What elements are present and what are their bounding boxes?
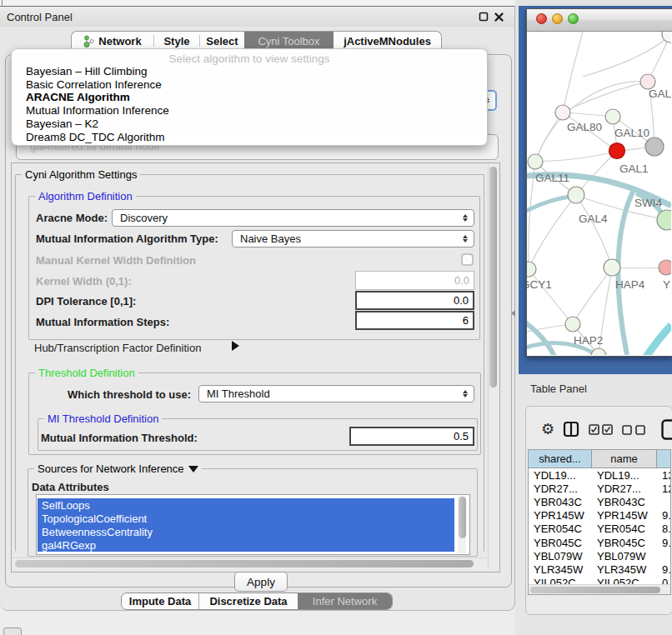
mi-threshold-field[interactable]: 0.5 [349,427,474,446]
network-edge[interactable] [576,195,612,268]
network-edge[interactable] [563,82,648,112]
kernel-width-field[interactable]: 0.0 [355,271,474,290]
bottom-tab-impute-data[interactable]: Impute Data [122,593,198,609]
attribute-list-item[interactable]: gal4RGexp [38,538,454,552]
network-edge[interactable] [535,151,617,162]
column-header-name[interactable]: name [592,450,657,468]
column-manager-icon[interactable] [563,421,579,438]
apply-button[interactable]: Apply [234,572,288,592]
node-label: GAL10 [614,127,649,139]
threshold-definition-title: Threshold Definition [35,367,138,379]
network-node[interactable] [568,187,584,203]
tab-select[interactable]: Select [200,32,244,50]
control-panel-titlebar[interactable]: Control Panel [0,7,514,27]
column-header-hidden[interactable] [657,450,671,468]
mi-algorithm-type-label: Mutual Information Algorithm Type: [36,232,218,245]
manual-kernel-width-checkbox[interactable] [461,253,474,266]
settings-hscroll[interactable] [13,558,486,569]
table-cell [657,549,671,562]
bottom-tab-discretize-data[interactable]: Discretize Data [199,593,298,609]
algorithm-dropdown-placeholder: Select algorithm to view settings [12,52,487,65]
algorithm-option[interactable]: Bayesian – K2 [26,118,98,130]
gear-icon[interactable]: ⚙ [541,422,554,437]
settings-vscroll-thumb[interactable] [489,167,497,388]
hub-definition-label[interactable]: Hub/Transcription Factor Definition [34,342,201,354]
network-edge[interactable] [535,112,563,162]
network-node[interactable] [565,317,580,332]
network-node[interactable] [528,154,543,169]
close-icon[interactable] [494,12,504,22]
network-canvas[interactable]: GALGAL80GAL10GAL1GAL11GAL4SWI4GCY1HAP4YH… [527,32,671,355]
zoom-traffic-light[interactable] [568,13,579,24]
network-window-titlebar[interactable] [527,9,672,32]
settings-hscroll-thumb[interactable] [15,560,474,568]
table-row[interactable]: YBR045CYBR045C9. [529,536,671,549]
table-body: YDL19...YDL19...13YDR27...YDR27...12YBR0… [529,468,671,590]
table-row[interactable]: YBL079WYBL079W [529,549,671,562]
sources-title-wrap: Sources for Network Inference [34,462,202,475]
tab-style[interactable]: Style [154,32,199,50]
algorithm-option[interactable]: ARACNE Algorithm [26,91,130,103]
attribute-list-item[interactable]: BetweennessCentrality [38,525,454,538]
top-strip [0,0,515,6]
mi-algorithm-type-select[interactable]: Naive Bayes [232,230,474,248]
table-row[interactable]: YBR043CYBR043C [529,495,671,508]
attribute-list-item[interactable]: TopologicalCoefficient [38,512,454,525]
table-cell: YPR145W [592,509,657,522]
column-header-shared...[interactable]: shared... [529,450,592,468]
table-cell: YPR145W [529,509,592,522]
network-edge[interactable] [563,32,583,112]
tab-cyni-toolbox[interactable]: Cyni Toolbox [244,32,333,50]
expand-arrow-icon[interactable] [232,341,239,351]
table-hscroll[interactable] [529,584,670,594]
minimize-traffic-light[interactable] [552,13,563,24]
network-node[interactable] [605,109,620,124]
table-row[interactable]: YPR145WYPR145W9. [529,509,671,522]
node-label: GAL4 [579,212,608,225]
network-node[interactable] [527,262,536,277]
panel-corner-button[interactable] [3,628,22,635]
collapse-arrow-icon[interactable] [188,466,198,472]
dpi-tolerance-field[interactable]: 0.0 [355,291,474,310]
deselect-all-checkboxes-icon[interactable] [622,425,649,435]
close-traffic-light[interactable] [536,13,547,24]
table-row[interactable]: YER054CYER054C8. [529,522,671,536]
algorithm-option[interactable]: Dream8 DC_TDC Algorithm [26,131,165,143]
which-threshold-label: Which threshold to use: [68,388,191,401]
tab-network[interactable]: Network [72,32,153,50]
network-node[interactable] [604,259,620,276]
network-node[interactable] [555,105,570,120]
algorithm-option[interactable]: Bayesian – Hill Climbing [26,65,148,78]
settings-vscroll[interactable] [488,164,499,568]
network-edge[interactable] [646,325,671,355]
select-all-checkboxes-icon[interactable] [589,424,615,435]
data-attributes-list[interactable]: SelfLoopsTopologicalCoefficientBetweenne… [36,494,470,555]
table-row[interactable]: YDR27...YDR27...12 [529,482,671,495]
attribute-list-item[interactable]: SelfLoops [38,498,454,512]
network-edge[interactable] [583,35,670,77]
tab-jactivemnodules[interactable]: jActiveMNodules [333,32,441,50]
node-label: GAL [649,88,671,100]
algorithm-option[interactable]: Mutual Information Inference [26,104,169,117]
float-window-icon[interactable] [479,12,489,22]
algorithm-option[interactable]: Basic Correlation Inference [26,78,162,91]
mi-steps-field[interactable]: 6 [355,311,474,330]
kernel-width-value: 0.0 [454,274,469,287]
list-vscroll-thumb[interactable] [459,497,466,538]
node-table[interactable]: shared...name YDL19...YDL19...13YDR27...… [528,449,671,595]
control-panel-tabs: NetworkStyleSelectCyni ToolboxjActiveMNo… [71,31,442,50]
network-node[interactable] [659,260,671,275]
network-edge[interactable] [527,312,554,355]
network-node[interactable] [645,138,664,156]
new-table-icon[interactable] [661,419,672,441]
network-edge[interactable] [618,192,633,355]
table-hscroll-thumb[interactable] [530,587,660,593]
network-node[interactable] [609,143,625,159]
aracne-mode-select[interactable]: Discovery [112,209,474,227]
table-row[interactable]: YLR345WYLR345W9. [529,562,671,576]
spinner-icon [463,386,468,402]
bottom-tab-infer-network[interactable]: Infer Network [298,593,392,609]
table-row[interactable]: YDL19...YDL19...13 [529,468,671,482]
which-threshold-select[interactable]: MI Threshold [198,385,474,402]
network-edge[interactable] [573,268,612,324]
